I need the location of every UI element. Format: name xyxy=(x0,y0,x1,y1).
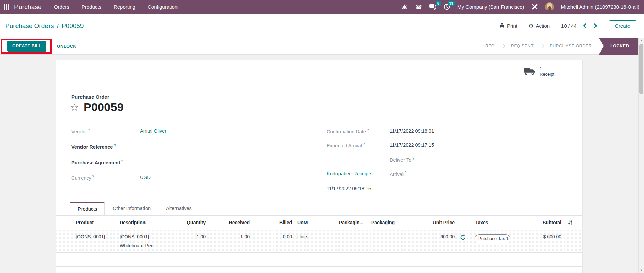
stage-separator-icon xyxy=(539,44,544,48)
developer-tools-icon[interactable] xyxy=(531,3,538,11)
app-name[interactable]: Purchase xyxy=(14,3,42,11)
stage-rfq[interactable]: RFQ xyxy=(485,44,495,48)
scrollbar-thumb[interactable] xyxy=(639,44,643,94)
confirmation-date-value: 11/17/2022 09:18:01 xyxy=(390,128,434,134)
receipt-count: 1 xyxy=(540,66,554,71)
breadcrumb-purchase-orders[interactable]: Purchase Orders xyxy=(5,22,54,30)
main-menu: Orders Products Reporting Configuration xyxy=(54,4,178,10)
statusbar: CREATE BILL UNLOCK RFQ RFQ SENT PURCHASE… xyxy=(0,38,644,55)
price-history-icon[interactable] xyxy=(460,234,466,242)
tab-other-information[interactable]: Other Information xyxy=(105,201,158,215)
statusbar-buttons: CREATE BILL UNLOCK xyxy=(7,41,76,52)
tax-tag: Purchase Tax 15% xyxy=(475,234,510,243)
receipt-smart-button[interactable]: 1 Receipt xyxy=(517,60,582,82)
control-panel-actions: Print ⚙ Action 10 / 44 Create xyxy=(499,20,636,31)
user-menu[interactable]: Mitchell Admin (21097230-16-0-all) xyxy=(561,4,639,10)
cell-uom: Units xyxy=(297,234,308,239)
truck-icon xyxy=(524,67,535,76)
smart-button-box: 1 Receipt xyxy=(56,60,582,82)
cell-product: [CONS_0001] ... xyxy=(76,234,110,239)
scheduled-date-value: 11/17/2022 09:18:15 xyxy=(327,186,371,191)
stage-rfq-sent[interactable]: RFQ SENT xyxy=(511,44,534,48)
col-uom: UoM xyxy=(297,220,308,225)
messages-icon[interactable]: 5 xyxy=(429,3,437,11)
menu-orders[interactable]: Orders xyxy=(54,4,69,10)
vertical-scrollbar[interactable]: ▲ ▼ xyxy=(638,38,644,273)
col-description: Description xyxy=(120,220,146,225)
currency-value-link[interactable]: USD xyxy=(140,175,151,180)
control-panel: Purchase Orders / P00059 Print ⚙ Action … xyxy=(0,14,644,38)
menu-products[interactable]: Products xyxy=(82,4,101,10)
col-packaging-qty: Packagin... xyxy=(339,220,363,225)
deliver-to-label: Deliver To xyxy=(390,157,411,163)
help-marker: ? xyxy=(405,171,407,175)
vendor-reference-label: Vendor Reference xyxy=(71,144,113,150)
purchase-agreement-label: Purchase Agreement xyxy=(71,160,120,165)
bug-icon[interactable] xyxy=(401,3,408,11)
help-marker: ? xyxy=(363,142,365,146)
apps-grid-icon[interactable] xyxy=(4,4,9,10)
vendor-value-link[interactable]: Anital Oliver xyxy=(140,128,166,134)
cell-billed: 0.00 xyxy=(255,234,292,239)
menu-configuration[interactable]: Configuration xyxy=(148,4,178,10)
user-avatar[interactable] xyxy=(545,2,554,11)
pager[interactable]: 10 / 44 xyxy=(561,23,577,29)
optional-columns-icon[interactable] xyxy=(567,220,573,227)
create-button[interactable]: Create xyxy=(609,20,636,31)
help-marker: ? xyxy=(92,175,94,178)
unlock-button[interactable]: UNLOCK xyxy=(57,44,76,49)
help-marker: ? xyxy=(88,128,90,132)
order-line-row: [CONS_0001] ... [CONS_0001] Whiteboard P… xyxy=(56,230,582,253)
currency-label: Currency xyxy=(71,175,91,181)
favorite-star-icon[interactable]: ☆ xyxy=(70,102,79,112)
action-button[interactable]: ⚙ Action xyxy=(529,23,550,29)
form-view-background: 1 Receipt Purchase Order ☆ P00059 Vendor… xyxy=(0,55,644,273)
activities-clock-icon[interactable]: 39 xyxy=(443,3,451,11)
cell-received: 1.00 xyxy=(209,234,250,239)
tab-products[interactable]: Products xyxy=(70,202,105,216)
field-expected-arrival: Expected Arrival?11/17/2022 09:17:15 xyxy=(327,142,434,148)
scroll-up-icon[interactable]: ▲ xyxy=(639,38,644,43)
voip-phone-icon[interactable]: ☎ xyxy=(415,3,422,11)
help-marker: ? xyxy=(121,159,123,163)
record-name: P00059 xyxy=(84,101,124,114)
stage-purchase-order[interactable]: PURCHASE ORDER xyxy=(550,44,592,48)
activities-badge: 39 xyxy=(448,1,455,6)
menu-reporting[interactable]: Reporting xyxy=(114,4,135,10)
pager-previous-icon[interactable] xyxy=(583,23,587,29)
receipt-picking-link[interactable]: Kodupaber: Receipts xyxy=(327,171,372,176)
field-scheduled-date: 11/17/2022 09:18:15 xyxy=(327,186,371,191)
order-lines-list: Product Description Quantity Received Bi… xyxy=(56,216,582,253)
field-purchase-agreement: Purchase Agreement? xyxy=(71,159,140,165)
col-packaging: Packaging xyxy=(371,220,395,225)
odoo-purchase-order-page: Purchase Orders Products Reporting Confi… xyxy=(0,0,644,273)
messages-badge: 5 xyxy=(436,1,441,6)
cell-description-line1: [CONS_0001] xyxy=(120,234,149,239)
field-vendor: Vendor?Anital Oliver xyxy=(71,128,166,134)
breadcrumb-separator: / xyxy=(57,22,59,30)
pager-next-icon[interactable] xyxy=(593,23,598,29)
notebook-tabs: Products Other Information Alternatives xyxy=(56,202,582,216)
create-bill-button[interactable]: CREATE BILL xyxy=(7,41,46,52)
title-row: ☆ P00059 xyxy=(70,101,124,114)
field-vendor-reference: Vendor Reference? xyxy=(71,144,140,150)
top-navbar: Purchase Orders Products Reporting Confi… xyxy=(0,0,644,14)
breadcrumb-current: P00059 xyxy=(62,22,84,30)
field-currency: Currency?USD xyxy=(71,175,151,181)
print-button[interactable]: Print xyxy=(499,23,517,29)
stage-locked-active[interactable]: LOCKED xyxy=(599,38,638,55)
expected-arrival-label: Expected Arrival xyxy=(327,143,362,148)
scroll-down-icon[interactable]: ▼ xyxy=(639,268,644,273)
company-switcher[interactable]: My Company (San Francisco) xyxy=(457,4,524,10)
col-received: Received xyxy=(209,220,250,225)
vendor-label: Vendor xyxy=(71,129,87,134)
list-header: Product Description Quantity Received Bi… xyxy=(56,216,582,230)
col-billed: Billed xyxy=(255,220,292,225)
navbar-left: Purchase Orders Products Reporting Confi… xyxy=(4,3,178,11)
gear-icon: ⚙ xyxy=(529,23,533,28)
field-arrival: Kodupaber: ReceiptsArrival? xyxy=(327,171,407,177)
tab-alternatives[interactable]: Alternatives xyxy=(158,201,199,215)
col-unit-price: Unit Price xyxy=(409,220,455,225)
printer-icon xyxy=(499,23,505,28)
cell-description-line2: Whiteboard Pen xyxy=(120,243,153,248)
